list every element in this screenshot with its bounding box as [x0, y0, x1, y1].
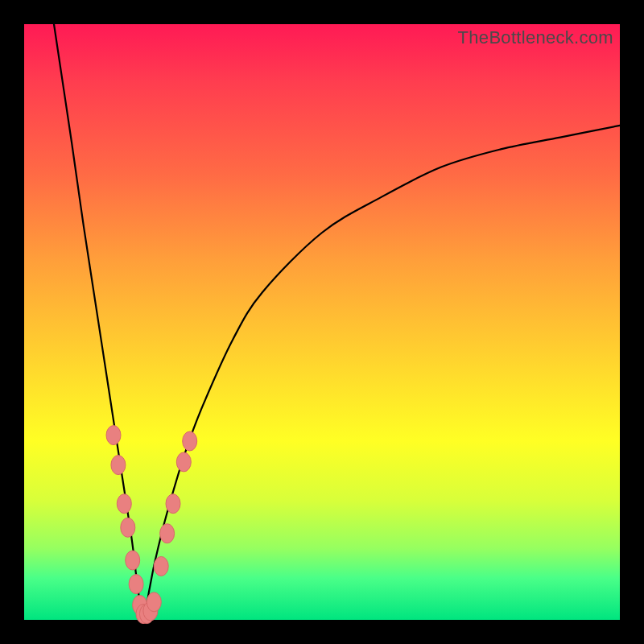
chart-frame: TheBottleneck.com	[0, 0, 644, 644]
curve-marker	[106, 426, 121, 445]
bottleneck-curve	[54, 24, 620, 620]
curve-marker	[129, 575, 143, 594]
chart-svg	[24, 24, 620, 620]
curve-marker	[147, 592, 161, 612]
curve-marker	[126, 551, 140, 570]
curve-marker	[111, 456, 126, 475]
curve-marker	[154, 556, 168, 576]
curve-marker	[117, 494, 131, 514]
curve-marker	[183, 431, 197, 451]
curve-marker	[166, 494, 180, 514]
curve-markers	[106, 426, 197, 624]
plot-area: TheBottleneck.com	[24, 24, 620, 620]
curve-marker	[176, 452, 191, 472]
curve-marker	[121, 518, 135, 537]
curve-marker	[160, 524, 175, 543]
